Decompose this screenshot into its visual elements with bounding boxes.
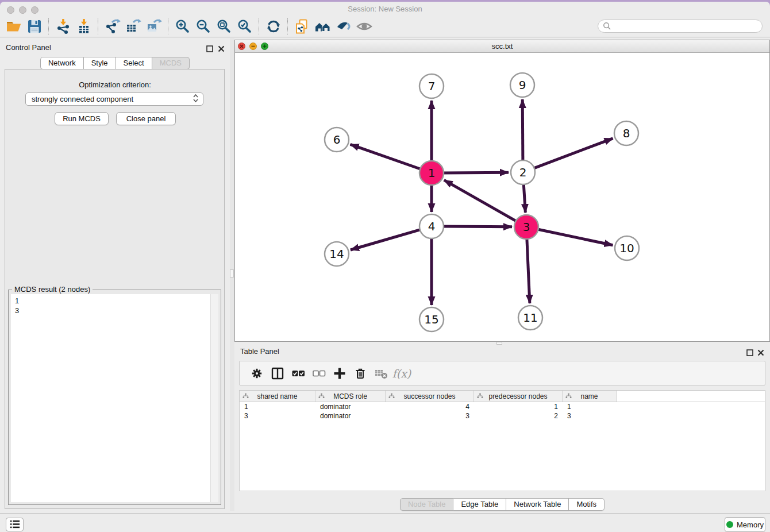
table-row[interactable]: 3dominator323 bbox=[240, 411, 765, 421]
tab-mcds[interactable]: MCDS bbox=[152, 57, 190, 70]
export-image-button[interactable] bbox=[144, 17, 164, 36]
column-header-successor-nodes[interactable]: successor nodes bbox=[386, 391, 474, 402]
show-hide-annotations-button[interactable] bbox=[354, 17, 375, 36]
function-builder-button[interactable]: f(x) bbox=[391, 364, 412, 383]
column-label: MCDS role bbox=[333, 392, 367, 400]
network-canvas[interactable]: 7968124314101511 bbox=[235, 53, 769, 341]
edge-2-3[interactable] bbox=[523, 184, 525, 213]
clone-network-button[interactable] bbox=[292, 17, 313, 36]
node-10[interactable]: 10 bbox=[615, 236, 639, 260]
tab-network[interactable]: Network bbox=[40, 57, 84, 70]
edge-3-11[interactable] bbox=[527, 239, 530, 303]
node-14[interactable]: 14 bbox=[325, 242, 349, 266]
float-table-panel-icon[interactable] bbox=[746, 348, 753, 358]
mcds-result-area[interactable]: 1 3 bbox=[11, 294, 218, 502]
node-6[interactable]: 6 bbox=[325, 128, 349, 152]
column-label: shared name bbox=[257, 392, 297, 400]
list-icon bbox=[9, 519, 21, 530]
svg-text:10: 10 bbox=[619, 241, 634, 255]
table-settings-button[interactable] bbox=[247, 364, 267, 383]
svg-text:14: 14 bbox=[329, 247, 344, 261]
show-hide-graphics-icon bbox=[336, 18, 352, 34]
close-panel-icon[interactable] bbox=[218, 44, 225, 55]
cell-successor-nodes: 3 bbox=[386, 412, 474, 420]
edge-2-8[interactable] bbox=[534, 138, 613, 168]
checked-boxes-icon bbox=[291, 366, 306, 381]
delete-column-button[interactable] bbox=[350, 364, 371, 383]
show-column-panel-button[interactable] bbox=[267, 364, 288, 383]
import-table-button[interactable] bbox=[74, 17, 94, 36]
node-3[interactable]: 3 bbox=[514, 215, 538, 239]
column-header-MCDS-role[interactable]: MCDS role bbox=[315, 391, 386, 402]
toolbar-separator bbox=[98, 18, 99, 34]
open-folder-icon bbox=[6, 18, 22, 34]
criterion-select[interactable]: strongly connected component bbox=[25, 92, 203, 106]
result-scrollbar[interactable] bbox=[210, 294, 218, 502]
run-mcds-button[interactable]: Run MCDS bbox=[55, 112, 109, 125]
close-panel-button[interactable]: Close panel bbox=[116, 112, 176, 125]
cell-MCDS-role: dominator bbox=[315, 412, 386, 420]
node-8[interactable]: 8 bbox=[614, 121, 638, 145]
table-panel-title: Table Panel bbox=[240, 347, 279, 356]
unselect-all-columns-button[interactable] bbox=[309, 364, 329, 383]
edge-2-9[interactable] bbox=[522, 99, 523, 160]
network-window-titlebar[interactable]: scc.txt bbox=[235, 40, 769, 53]
clone-network-icon bbox=[294, 18, 310, 34]
svg-text:3: 3 bbox=[523, 220, 530, 234]
task-history-button[interactable] bbox=[6, 518, 24, 531]
create-column-button[interactable] bbox=[329, 364, 350, 383]
memory-status-dot bbox=[726, 521, 733, 528]
edge-1-2[interactable] bbox=[444, 172, 509, 173]
memory-button[interactable]: Memory bbox=[725, 517, 765, 532]
divider-grip[interactable] bbox=[230, 269, 234, 277]
export-table-button[interactable] bbox=[123, 17, 144, 36]
export-network-button[interactable] bbox=[102, 17, 123, 36]
title-bar: Session: New Session bbox=[0, 2, 770, 16]
edge-3-1[interactable] bbox=[444, 180, 516, 221]
open-session-button[interactable] bbox=[3, 17, 24, 36]
edge-4-14[interactable] bbox=[351, 230, 420, 250]
save-session-button[interactable] bbox=[24, 17, 45, 36]
node-2[interactable]: 2 bbox=[511, 160, 535, 184]
select-all-columns-button[interactable] bbox=[288, 364, 309, 383]
zoom-selected-button[interactable] bbox=[234, 17, 255, 36]
columns-icon bbox=[270, 366, 285, 381]
zoom-fit-button[interactable] bbox=[214, 17, 234, 36]
table-tab-network-table[interactable]: Network Table bbox=[506, 498, 569, 511]
close-table-panel-icon[interactable] bbox=[757, 348, 764, 358]
table-tab-motifs[interactable]: Motifs bbox=[569, 498, 605, 511]
show-hide-graphics-button[interactable] bbox=[333, 17, 354, 36]
delete-table-button[interactable] bbox=[371, 364, 391, 383]
search-input[interactable] bbox=[614, 21, 754, 31]
refresh-button[interactable] bbox=[263, 17, 284, 36]
column-header-shared-name[interactable]: shared name bbox=[240, 391, 315, 402]
node-9[interactable]: 9 bbox=[510, 73, 534, 97]
panel-divider[interactable] bbox=[230, 38, 234, 511]
node-15[interactable]: 15 bbox=[419, 307, 444, 331]
search-field[interactable] bbox=[598, 20, 763, 33]
zoom-in-button[interactable] bbox=[172, 17, 193, 36]
fx-icon: f(x) bbox=[392, 367, 411, 380]
network-resize-grip[interactable] bbox=[496, 342, 502, 345]
zoom-out-button[interactable] bbox=[193, 17, 214, 36]
node-7[interactable]: 7 bbox=[419, 74, 444, 98]
plus-icon bbox=[332, 366, 347, 381]
float-panel-icon[interactable] bbox=[206, 44, 213, 55]
edge-1-6[interactable] bbox=[351, 144, 421, 169]
import-network-button[interactable] bbox=[53, 17, 74, 36]
column-header-name[interactable]: name bbox=[563, 391, 617, 402]
column-header-predecessor-nodes[interactable]: predecessor nodes bbox=[474, 391, 563, 402]
first-neighbors-button[interactable] bbox=[313, 17, 333, 36]
table-row[interactable]: 1dominator411 bbox=[240, 402, 765, 411]
edge-4-3[interactable] bbox=[444, 226, 512, 227]
node-4[interactable]: 4 bbox=[419, 214, 444, 238]
edge-3-10[interactable] bbox=[538, 229, 613, 245]
node-1[interactable]: 1 bbox=[419, 161, 444, 185]
hierarchy-icon bbox=[565, 393, 572, 401]
tab-style[interactable]: Style bbox=[84, 57, 116, 70]
tab-select[interactable]: Select bbox=[116, 57, 152, 70]
table-tab-edge-table[interactable]: Edge Table bbox=[453, 498, 506, 511]
cell-successor-nodes: 4 bbox=[386, 403, 474, 411]
table-tab-node-table[interactable]: Node Table bbox=[400, 498, 454, 511]
node-11[interactable]: 11 bbox=[518, 306, 542, 330]
